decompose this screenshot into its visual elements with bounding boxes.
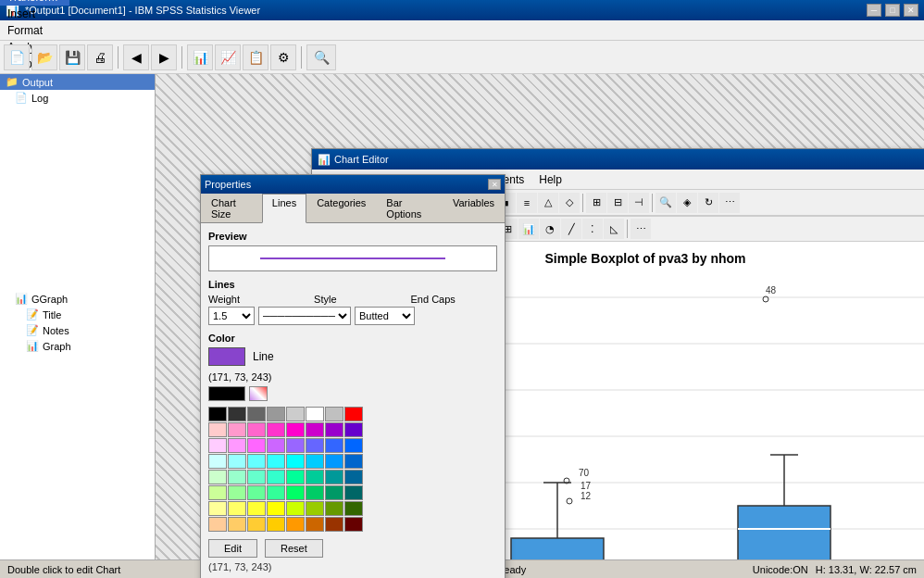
- color-cell-0[interactable]: [208, 407, 227, 421]
- color-cell-27[interactable]: [267, 454, 285, 469]
- color-cell-4[interactable]: [286, 407, 305, 421]
- color-cell-59[interactable]: [267, 517, 285, 532]
- forward-button[interactable]: ▶: [151, 44, 177, 70]
- color-cell-11[interactable]: [267, 422, 285, 437]
- color-cell-28[interactable]: [286, 454, 305, 469]
- gradient-swatch[interactable]: [249, 386, 268, 401]
- color-cell-54[interactable]: [325, 501, 343, 516]
- color-cell-53[interactable]: [306, 501, 324, 516]
- color-cell-23[interactable]: [344, 438, 363, 453]
- color-cell-61[interactable]: [306, 517, 324, 532]
- ce-line-chart[interactable]: ╱: [561, 219, 581, 239]
- new-button[interactable]: 📄: [4, 44, 30, 70]
- ce-scatter[interactable]: ⁚: [582, 219, 603, 239]
- color-cell-21[interactable]: [306, 438, 324, 453]
- color-cell-8[interactable]: [208, 422, 227, 437]
- color-cell-30[interactable]: [325, 454, 343, 469]
- menu-item-format[interactable]: Format: [0, 22, 69, 39]
- color-cell-44[interactable]: [286, 485, 305, 500]
- color-cell-51[interactable]: [267, 501, 285, 516]
- ce-pie-chart[interactable]: ◔: [540, 219, 560, 239]
- print-button[interactable]: 🖨: [87, 44, 113, 70]
- color-cell-3[interactable]: [267, 407, 285, 421]
- color-cell-41[interactable]: [228, 485, 246, 500]
- color-cell-18[interactable]: [247, 438, 266, 453]
- color-cell-33[interactable]: [228, 470, 246, 484]
- color-cell-26[interactable]: [247, 454, 266, 469]
- ce-area-chart[interactable]: ◺: [604, 219, 624, 239]
- ce-menu-item-help[interactable]: Help: [531, 171, 569, 188]
- ce-grid-tool[interactable]: ⊞: [586, 193, 606, 213]
- ce-zoom-tool[interactable]: 🔍: [656, 193, 676, 213]
- main-color-swatch[interactable]: [208, 347, 245, 366]
- color-cell-32[interactable]: [208, 470, 227, 484]
- color-cell-22[interactable]: [325, 438, 343, 453]
- color-cell-36[interactable]: [286, 470, 305, 484]
- color-cell-49[interactable]: [228, 501, 246, 516]
- color-cell-14[interactable]: [325, 422, 343, 437]
- close-button[interactable]: ✕: [904, 4, 918, 17]
- settings-button[interactable]: ⚙: [270, 44, 296, 70]
- back-button[interactable]: ◀: [123, 44, 149, 70]
- color-cell-16[interactable]: [208, 438, 227, 453]
- color-cell-7[interactable]: [344, 407, 363, 421]
- table-button[interactable]: 📋: [243, 44, 268, 70]
- tab-variables[interactable]: Variables: [443, 194, 505, 222]
- color-cell-63[interactable]: [344, 517, 363, 532]
- tree-item-graph[interactable]: 📊 Graph: [0, 338, 155, 354]
- color-cell-13[interactable]: [306, 422, 324, 437]
- reset-button[interactable]: Reset: [265, 539, 323, 558]
- ce-gridv-tool[interactable]: ⊟: [607, 193, 628, 213]
- find-button[interactable]: 🔍: [306, 44, 336, 70]
- weight-select[interactable]: 1.5 0.5 1.0 2.0: [208, 307, 255, 325]
- ce-3d-tool[interactable]: ◈: [677, 193, 697, 213]
- color-cell-5[interactable]: [306, 407, 324, 421]
- tree-item-notes[interactable]: 📝 Notes: [0, 322, 155, 338]
- export-button[interactable]: 📊: [187, 44, 213, 70]
- ce-stacked-tool[interactable]: ≡: [517, 193, 537, 213]
- color-cell-39[interactable]: [344, 470, 363, 484]
- color-cell-9[interactable]: [228, 422, 246, 437]
- ce-area-tool[interactable]: △: [538, 193, 558, 213]
- color-cell-29[interactable]: [306, 454, 324, 469]
- color-cell-60[interactable]: [286, 517, 305, 532]
- ce-more-tool[interactable]: ⋯: [719, 193, 740, 213]
- endcaps-select[interactable]: Butted Round Square: [355, 307, 415, 325]
- tab-chart-size[interactable]: Chart Size: [201, 194, 262, 222]
- color-cell-6[interactable]: [325, 407, 343, 421]
- color-cell-46[interactable]: [325, 485, 343, 500]
- style-select[interactable]: ────────── - - - - - - · · · · · ·: [258, 307, 351, 325]
- maximize-button[interactable]: □: [885, 4, 900, 17]
- color-cell-19[interactable]: [267, 438, 285, 453]
- color-cell-45[interactable]: [306, 485, 324, 500]
- color-cell-15[interactable]: [344, 422, 363, 437]
- tree-item-title[interactable]: 📝 Title: [0, 307, 155, 322]
- color-cell-55[interactable]: [344, 501, 363, 516]
- color-cell-34[interactable]: [247, 470, 266, 484]
- color-cell-31[interactable]: [344, 454, 363, 469]
- color-cell-47[interactable]: [344, 485, 363, 500]
- ce-ribbon-tool[interactable]: ◇: [559, 193, 580, 213]
- tree-item-ggraph[interactable]: 📊 GGraph: [0, 291, 155, 307]
- open-button[interactable]: 📂: [31, 44, 57, 70]
- color-cell-62[interactable]: [325, 517, 343, 532]
- color-cell-48[interactable]: [208, 501, 227, 516]
- color-cell-10[interactable]: [247, 422, 266, 437]
- window-controls[interactable]: ─ □ ✕: [867, 4, 918, 17]
- menu-item-insert[interactable]: Insert: [0, 6, 69, 22]
- color-cell-58[interactable]: [247, 517, 266, 532]
- color-cell-52[interactable]: [286, 501, 305, 516]
- tab-lines[interactable]: Lines: [262, 194, 306, 223]
- color-cell-35[interactable]: [267, 470, 285, 484]
- ce-axis-tool[interactable]: ⊣: [629, 193, 649, 213]
- color-cell-37[interactable]: [306, 470, 324, 484]
- chart-button[interactable]: 📈: [215, 44, 241, 70]
- tab-categories[interactable]: Categories: [306, 194, 376, 222]
- color-cell-17[interactable]: [228, 438, 246, 453]
- color-cell-40[interactable]: [208, 485, 227, 500]
- minimize-button[interactable]: ─: [867, 4, 881, 17]
- black-swatch[interactable]: [208, 386, 245, 401]
- color-cell-2[interactable]: [247, 407, 266, 421]
- tab-bar-options[interactable]: Bar Options: [376, 194, 443, 222]
- color-cell-25[interactable]: [228, 454, 246, 469]
